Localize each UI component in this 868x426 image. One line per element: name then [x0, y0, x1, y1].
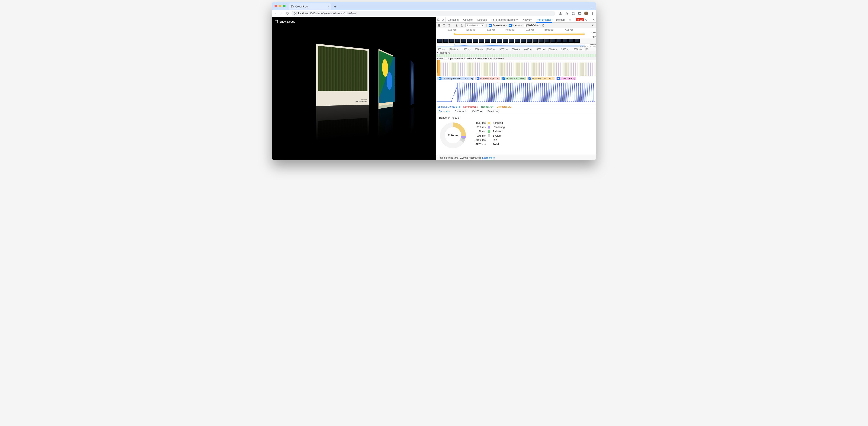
- tbt-label: Total blocking time: 0.00ms (estimated): [438, 157, 481, 159]
- subtab-bottom-up[interactable]: Bottom-Up: [452, 109, 469, 114]
- share-button[interactable]: [559, 11, 562, 16]
- overview-strip[interactable]: 1000 ms 2000 ms 3000 ms 4000 ms 5000 ms …: [436, 28, 596, 48]
- error-count-badge[interactable]: 22: [576, 18, 584, 21]
- filmstrip-thumb[interactable]: [443, 39, 448, 43]
- gc-button[interactable]: [542, 24, 545, 27]
- browser-tab[interactable]: Cover Flow ×: [288, 3, 331, 10]
- back-button[interactable]: [274, 11, 277, 16]
- main-track[interactable]: Main — http://localhost:3000/demo/view-t…: [436, 57, 596, 76]
- nodes-chip[interactable]: Nodes[304 – 304]: [501, 77, 526, 80]
- browser-menu-button[interactable]: ⋮: [591, 11, 594, 16]
- devtools-close-button[interactable]: ✕: [593, 18, 595, 21]
- zoom-window-button[interactable]: [283, 5, 285, 7]
- learn-more-link[interactable]: Learn more: [482, 157, 495, 159]
- filmstrip-thumb[interactable]: [521, 39, 526, 43]
- bookmark-button[interactable]: [565, 11, 569, 16]
- forward-button[interactable]: [280, 11, 283, 16]
- tab-memory[interactable]: Memory: [554, 17, 568, 22]
- screenshot-filmstrip[interactable]: [436, 38, 596, 44]
- filmstrip-thumb[interactable]: [545, 39, 550, 43]
- cover-item[interactable]: [410, 60, 415, 109]
- flame-chart[interactable]: [436, 60, 596, 76]
- device-toggle-icon[interactable]: [441, 18, 444, 21]
- load-profile-button[interactable]: [455, 24, 458, 27]
- filmstrip-thumb[interactable]: [574, 39, 580, 43]
- inspect-icon[interactable]: [437, 18, 440, 21]
- profile-selector[interactable]: localhost #1: [465, 24, 484, 27]
- detail-ruler[interactable]: 500 ms1000 ms1500 ms2000 ms2500 ms3000 m…: [436, 48, 596, 51]
- reload-record-button[interactable]: [442, 24, 445, 27]
- coverflow-stage[interactable]: OK & 4 THEORY Volume One DAB RECORDS: [272, 36, 436, 149]
- filmstrip-thumb[interactable]: [503, 39, 508, 43]
- filmstrip-thumb[interactable]: [491, 39, 496, 43]
- filmstrip-thumb[interactable]: [461, 39, 466, 43]
- tab-console[interactable]: Console: [461, 17, 475, 22]
- disclosure-triangle-icon[interactable]: [437, 58, 438, 59]
- filmstrip-thumb[interactable]: [515, 39, 520, 43]
- address-bar[interactable]: localhost:3000/demo/view-timeline-css/co…: [291, 11, 555, 16]
- subtab-summary[interactable]: Summary: [436, 109, 452, 114]
- close-tab-button[interactable]: ×: [328, 5, 329, 8]
- filmstrip-thumb[interactable]: [485, 39, 490, 43]
- new-tab-button[interactable]: ＋: [333, 4, 337, 10]
- show-debug-checkbox[interactable]: [275, 20, 278, 23]
- close-window-button[interactable]: [275, 5, 277, 7]
- listeners-chip[interactable]: Listeners[142 – 142]: [527, 77, 555, 80]
- gpu-chip[interactable]: GPU Memory: [556, 77, 576, 80]
- capture-settings-button[interactable]: ⚙: [592, 24, 594, 27]
- filmstrip-thumb[interactable]: [556, 39, 562, 43]
- cpu-overview-chart: [447, 31, 585, 35]
- filmstrip-thumb[interactable]: [449, 39, 455, 43]
- devtools-settings-button[interactable]: ⚙: [585, 18, 588, 21]
- filmstrip-thumb[interactable]: [568, 39, 574, 43]
- devtools-panel: Elements Console Sources Performance ins…: [436, 17, 596, 160]
- filmstrip-thumb[interactable]: [509, 39, 514, 43]
- record-button[interactable]: [438, 24, 440, 27]
- cover-item[interactable]: Volume One DAB RECORDS: [316, 44, 369, 106]
- extensions-button[interactable]: [571, 11, 575, 16]
- frames-track[interactable]: Frames ns: [436, 51, 596, 57]
- filmstrip-thumb[interactable]: [497, 39, 502, 43]
- save-profile-button[interactable]: [460, 24, 463, 27]
- site-info-icon[interactable]: [294, 12, 297, 15]
- filmstrip-thumb[interactable]: [467, 39, 472, 43]
- sidepanel-button[interactable]: [578, 11, 582, 16]
- screenshots-toggle[interactable]: Screenshots: [489, 24, 507, 27]
- overview-ruler: 1000 ms 2000 ms 3000 ms 4000 ms 5000 ms …: [436, 28, 596, 31]
- filmstrip-thumb[interactable]: [455, 39, 460, 43]
- memory-chart[interactable]: [436, 81, 596, 105]
- tab-performance-insights[interactable]: Performance insights: [489, 17, 520, 22]
- tab-performance[interactable]: Performance: [534, 17, 554, 22]
- tab-network[interactable]: Network: [520, 17, 534, 22]
- filmstrip-thumb[interactable]: [473, 39, 478, 43]
- show-debug-toggle[interactable]: Show Debug: [275, 20, 295, 23]
- subtab-call-tree[interactable]: Call Tree: [470, 109, 485, 114]
- filmstrip-thumb[interactable]: [527, 39, 532, 43]
- filmstrip-thumb[interactable]: [437, 39, 442, 43]
- window-controls: [275, 5, 285, 7]
- browser-window: Cover Flow × ＋ ⌄ localhost:3000/demo/vie…: [272, 2, 596, 160]
- disclosure-triangle-icon[interactable]: [437, 52, 438, 54]
- filmstrip-thumb[interactable]: [562, 39, 568, 43]
- filmstrip-thumb[interactable]: [479, 39, 484, 43]
- documents-chip[interactable]: Documents[5 – 5]: [475, 77, 500, 80]
- web-vitals-toggle[interactable]: Web Vitals: [524, 24, 539, 27]
- filmstrip-thumb[interactable]: [538, 39, 544, 43]
- minimize-window-button[interactable]: [279, 5, 281, 7]
- reload-button[interactable]: [285, 11, 289, 16]
- tabs-overflow-button[interactable]: »: [568, 17, 572, 22]
- filmstrip-thumb[interactable]: [532, 39, 538, 43]
- profile-avatar[interactable]: [584, 11, 588, 16]
- tab-sources[interactable]: Sources: [475, 17, 489, 22]
- devtools-menu-button[interactable]: ⋮: [589, 18, 591, 21]
- page-viewport[interactable]: Show Debug OK & 4 THEORY Volum: [272, 17, 436, 160]
- memory-toggle[interactable]: Memory: [509, 24, 522, 27]
- tab-overflow-button[interactable]: ⌄: [591, 6, 593, 10]
- tab-elements[interactable]: Elements: [445, 17, 461, 22]
- subtab-event-log[interactable]: Event Log: [485, 109, 502, 114]
- jsheap-chip[interactable]: JS Heap[10.5 MB – 12.7 MB]: [437, 77, 474, 80]
- clear-button[interactable]: [448, 24, 451, 27]
- cover-item[interactable]: OK & 4 THEORY: [378, 49, 395, 105]
- show-debug-label: Show Debug: [279, 20, 295, 23]
- filmstrip-thumb[interactable]: [551, 39, 556, 43]
